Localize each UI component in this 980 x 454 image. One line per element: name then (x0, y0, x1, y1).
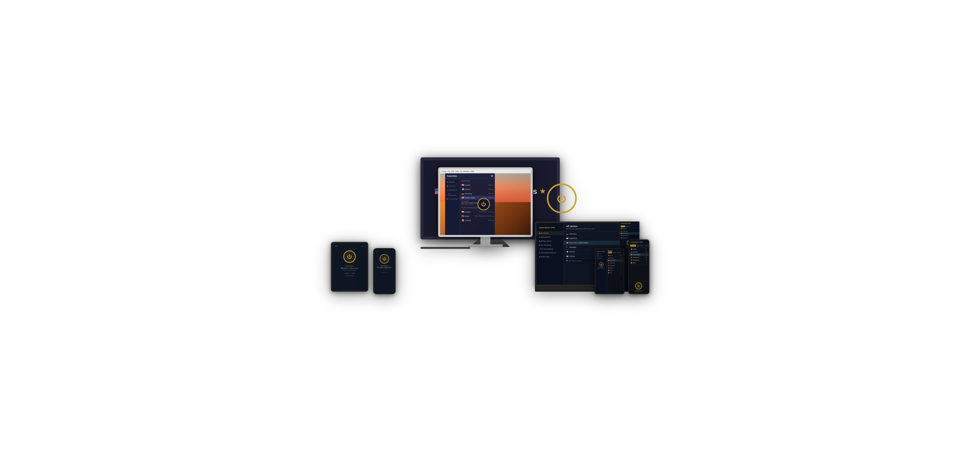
phone1-time: 10:51 (375, 251, 378, 252)
laptop-nav-nospy[interactable]: ◉ NoSpy Server (536, 239, 563, 243)
dl-austria-star[interactable]: ★ (492, 211, 493, 213)
tr-tab-servers[interactable]: Servers (608, 252, 612, 253)
tr-switzerland[interactable]: 🇨🇭 Switzerland 12 › (607, 262, 623, 264)
tr-india[interactable]: 🇮🇳 India 3 › (607, 272, 623, 274)
dl-canada-star[interactable]: ★ (492, 219, 493, 221)
laptop-tab-servers[interactable]: Servers (621, 225, 625, 227)
tr-ireland[interactable]: 🇮🇪 Ireland 4 › (607, 269, 623, 272)
phone2-us[interactable]: 🇺🇸 United States ● (629, 253, 648, 256)
tr-france-flag: 🇫🇷 (608, 255, 609, 256)
menu-edit: Edit (451, 171, 454, 172)
tr-in-count: 3 (621, 272, 621, 273)
france-star[interactable]: ★ (492, 189, 493, 190)
menu-go: Go (460, 171, 462, 172)
germany-star[interactable]: ★ (492, 193, 493, 194)
laptop-tab-streaming[interactable]: Streaming (625, 226, 630, 227)
laptop-nav-downloading[interactable]: ↓ For downloading (536, 247, 563, 251)
phone2-power-button[interactable]: ⏻ (635, 283, 642, 289)
sidebar-dedicated-ip[interactable]: ◎ Dedicated IP (445, 188, 460, 192)
tablet-down: ↓ 19 kB (344, 273, 348, 274)
laptop-argentina-flag: 🇦🇷 (566, 237, 568, 240)
tr-germany-chevron: › (622, 257, 622, 259)
tablet-connected-label: Connected to: (345, 265, 354, 267)
laptop-panel2-germany[interactable]: 🇩🇪 Germany 33 (620, 230, 638, 232)
tr-tab-streaming[interactable]: Streaming (612, 252, 617, 253)
laptop-panel2-us[interactable]: 🇺🇸 United States (620, 232, 638, 235)
phone1-power-symbol: ⏻ (383, 257, 386, 261)
phone2-tab-servers[interactable]: Servers (630, 244, 636, 247)
dl-brazil-star[interactable]: ★ (492, 215, 493, 217)
dl-canada-name: Canada (465, 219, 488, 221)
phone2-germany[interactable]: 🇩🇪 Germany 33 (629, 251, 648, 253)
tr-ie-count: 4 (621, 270, 621, 271)
us-load: 54% (488, 197, 491, 198)
tr-us[interactable]: 🇺🇸 United States › (607, 259, 623, 262)
phone2-header: CyberGhost VPN (629, 240, 648, 244)
phone2-hk-flag: 🇭🇰 (631, 259, 632, 261)
imac-device: Finder File Edit View Go Window Help Fav… (438, 167, 533, 262)
tr-power-section: ⏻ Connected to: Illinois, United States (596, 261, 607, 270)
settings-icon[interactable]: ⚙ (491, 175, 493, 177)
laptop-nav-connection[interactable]: ⚙ Connection features (536, 251, 563, 255)
phone2-switzerland[interactable]: 🇨🇭 Switzerland 12 (629, 256, 648, 259)
phone1-flag: 🌐 (377, 267, 379, 268)
laptop-nav-streaming[interactable]: ▶ For streaming (536, 243, 563, 247)
tr-nav-features[interactable]: ⚙ Features (596, 257, 607, 259)
phone1-statusbar: 10:51 ▪▪▪ (375, 251, 394, 252)
phone2-tab-favorited[interactable]: Favorited (644, 244, 649, 247)
tr-france-count: 45 (620, 255, 621, 256)
phone2-germany-flag: 🇩🇪 (631, 251, 632, 252)
tr-hongkong[interactable]: 🇭🇰 Hong Kong 8 › (607, 264, 623, 267)
dl-canada-flag: 🇨🇦 (461, 219, 464, 222)
server-row-france[interactable]: 🇫🇷 France 55% ★ (460, 187, 495, 191)
laptop-panel2-hk[interactable]: 🇭🇰 Hong Kong 8 (620, 237, 638, 239)
phone2-hongkong[interactable]: 🇭🇰 Hong Kong 8 (629, 259, 648, 262)
tr-germany[interactable]: 🇩🇪 Germany 33 › (607, 257, 623, 259)
tr-nav-streaming[interactable]: ▶ Streaming (596, 255, 607, 257)
tr-norway[interactable]: 🇳🇴 Norway 6 › (607, 267, 623, 269)
tr-france[interactable]: 🇫🇷 France 45 › (607, 254, 623, 257)
dl-canada[interactable]: 🇨🇦 Canada 61% ★ (460, 218, 495, 222)
server-row-germany[interactable]: 🇩🇪 Germany 63% ★ (460, 191, 495, 196)
sidebar-all-servers[interactable]: ◉ All servers (445, 184, 460, 188)
tablet-power-button[interactable]: ⏻ (343, 250, 356, 263)
sidebar-downloading[interactable]: ↓ For downloading (445, 192, 460, 197)
sidebar-favorites[interactable]: ★ Favorites (445, 180, 460, 184)
phone2-in-count: 3 (646, 262, 647, 264)
tr-no-chevron: › (622, 267, 622, 268)
laptop-nav-dedicated-ip[interactable]: ◎ Dedicated IP (536, 235, 563, 239)
dl-austria[interactable]: 🇦🇹 Austria 31% 573 kB | 191 kB ★ (460, 210, 495, 214)
phone2-connected-location: Illinois, United States (635, 291, 642, 292)
tr-in-name: India (610, 272, 620, 273)
us-flag: 🇺🇸 (461, 197, 464, 199)
tr-ch-name: Switzerland (610, 262, 620, 264)
laptop-panel2-france[interactable]: 🇫🇷 France 45 (620, 228, 638, 230)
imac-power-button[interactable]: ⏻ (477, 198, 490, 210)
tr-tab-favorited[interactable]: Favorited (617, 252, 621, 253)
austria-load: 31% (488, 184, 491, 186)
laptop-nav-all-servers[interactable]: ◉ All servers (536, 231, 563, 235)
tr-power-button[interactable]: ⏻ (599, 262, 604, 267)
imac-cyberghost-app: Favorites ⚙ ★ Favorites ◉ All servers (445, 173, 495, 235)
laptop-greece-flag: 🇬🇷 (566, 256, 568, 257)
laptop-australia-flag: 🇦🇺 (566, 246, 568, 248)
phone1-up: ↑ (385, 270, 386, 271)
tr-nav-servers[interactable]: ◉ Servers (596, 252, 607, 255)
tablet-power-symbol: ⏻ (347, 254, 352, 260)
phone2-france[interactable]: 🇫🇷 France 45 (629, 248, 648, 251)
dl-brazil[interactable]: 🇧🇷 Brazil 55% WireGuard® 00:30:03 ★ (460, 214, 495, 218)
laptop-panel2-ch[interactable]: 🇨🇭 Switzerland 12 (620, 235, 638, 237)
laptop-nav-smart[interactable]: ◈ Smart rules (536, 255, 563, 259)
tablet-up: ↑ 6 kB (351, 273, 355, 274)
phone2-tab-streaming[interactable]: Streaming (637, 244, 644, 247)
server-row-austria[interactable]: 🇦🇹 Austria 31% ★ (460, 183, 495, 187)
phone2-india[interactable]: 🇮🇳 India 3 (629, 262, 648, 264)
sidebar-streaming[interactable]: ▶ For streaming (445, 197, 460, 201)
laptop-sidebar: CyberGhost VPN ◉ All servers ◎ Dedicated… (536, 223, 564, 285)
phone1-power-button[interactable]: ⏻ (380, 254, 389, 264)
us-star[interactable]: ★ (492, 197, 493, 198)
tablet-location: 🌐 Phoenix, United States (341, 267, 358, 269)
austria-star[interactable]: ★ (492, 184, 493, 186)
phone2-germany-count: 33 (645, 251, 647, 252)
server-row-us[interactable]: 🇺🇸 United States 54% ★ (460, 196, 495, 200)
